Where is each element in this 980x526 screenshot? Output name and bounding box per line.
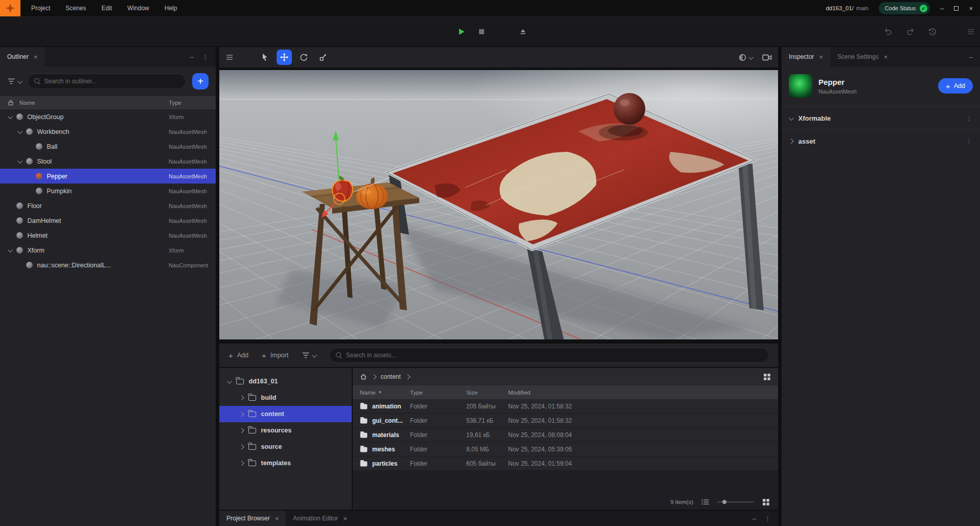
eject-button[interactable] — [519, 28, 527, 36]
panel-menu-icon[interactable]: ⋮ — [202, 53, 209, 61]
shading-mode-button[interactable] — [738, 53, 753, 62]
grid-view-icon[interactable] — [763, 373, 771, 381]
outliner-row[interactable]: Xform Xform — [0, 243, 216, 258]
close-icon[interactable]: × — [819, 53, 823, 61]
expand-chevron-icon[interactable] — [239, 461, 244, 465]
panel-minimize-icon[interactable]: – — [190, 53, 194, 61]
file-row[interactable]: gui_cont... Folder 536,71 кБ Nov 25, 202… — [353, 414, 778, 428]
asset-import-button[interactable]: + Import — [262, 351, 288, 360]
panel-tab[interactable]: Animation Editor × — [286, 511, 354, 526]
outliner-row[interactable]: Stool NauAssetMesh — [0, 154, 216, 169]
panel-menu-icon[interactable]: ⋮ — [764, 515, 771, 522]
file-row[interactable]: animation Folder 205 байты Nov 25, 2024,… — [353, 399, 778, 414]
close-icon[interactable]: × — [275, 515, 279, 522]
outliner-filter-button[interactable] — [7, 77, 21, 85]
panel-minimize-icon[interactable]: – — [753, 515, 756, 522]
column-size[interactable]: Size — [466, 390, 477, 396]
outliner-row[interactable]: Ball NauAssetMesh — [0, 139, 216, 154]
menubar-item[interactable]: Edit — [94, 0, 120, 16]
column-modified[interactable]: Modified — [508, 390, 530, 396]
select-tool-button[interactable] — [257, 50, 272, 65]
close-icon[interactable]: × — [343, 515, 347, 522]
expand-chevron-icon[interactable] — [8, 247, 12, 252]
app-logo[interactable] — [0, 0, 20, 16]
section-chevron-icon[interactable] — [789, 139, 793, 143]
home-icon[interactable] — [360, 373, 367, 380]
history-icon[interactable] — [928, 27, 937, 36]
menubar-item[interactable]: Scenes — [58, 0, 94, 16]
panel-tab[interactable]: Inspector × — [782, 47, 830, 66]
close-icon[interactable]: × — [34, 53, 38, 61]
file-row[interactable]: materials Folder 19,61 кБ Nov 25, 2024, … — [353, 428, 778, 442]
breadcrumb-item[interactable]: content — [381, 373, 401, 380]
outliner-row[interactable]: Pepper NauAssetMesh — [0, 169, 216, 184]
inspector-section[interactable]: Xformable ⋮ — [782, 106, 980, 129]
column-name[interactable]: Name▼ — [360, 390, 382, 396]
grid-view-icon[interactable] — [762, 498, 770, 506]
file-row[interactable]: particles Folder 605 байты Nov 25, 2024,… — [353, 456, 778, 471]
outliner-search-input[interactable] — [44, 78, 180, 85]
play-button[interactable] — [458, 28, 466, 36]
outliner-add-button[interactable]: + — [192, 73, 209, 89]
menubar-item[interactable]: Help — [157, 0, 185, 16]
asset-search-input[interactable] — [346, 352, 762, 359]
section-chevron-icon[interactable] — [789, 116, 793, 120]
outliner-row[interactable]: Helmet NauAssetMesh — [0, 228, 216, 243]
stop-button[interactable] — [478, 28, 485, 35]
expand-chevron-icon[interactable] — [17, 158, 22, 163]
outliner-row[interactable]: ObjectGroup Xform — [0, 109, 216, 124]
expand-chevron-icon[interactable] — [239, 395, 244, 400]
menubar-item[interactable]: Project — [24, 0, 58, 16]
panel-minimize-icon[interactable]: – — [969, 53, 973, 61]
expand-chevron-icon[interactable] — [239, 444, 244, 449]
maximize-button[interactable] — [954, 6, 959, 11]
folder-tree-item[interactable]: build — [219, 390, 352, 406]
slider-knob[interactable] — [722, 500, 726, 504]
rotate-tool-button[interactable] — [296, 50, 311, 65]
expand-chevron-icon[interactable] — [239, 428, 244, 432]
undo-icon[interactable] — [884, 28, 893, 36]
column-header-type[interactable]: Type — [169, 100, 181, 106]
asset-filter-button[interactable] — [302, 351, 316, 359]
viewport-3d-scene[interactable] — [219, 70, 778, 339]
outliner-row[interactable]: Workbench NauAssetMesh — [0, 124, 216, 139]
column-header-name[interactable]: Name — [19, 100, 35, 106]
folder-tree-item[interactable]: templates — [219, 455, 352, 471]
camera-settings-button[interactable] — [762, 54, 772, 61]
minimize-button[interactable]: – — [940, 5, 944, 12]
close-icon[interactable]: × — [884, 53, 888, 61]
panel-tab[interactable]: Scene Settings × — [830, 47, 895, 66]
section-menu-icon[interactable]: ⋮ — [966, 115, 972, 122]
file-row[interactable]: meshes Folder 8,05 МБ Nov 25, 2024, 05:3… — [353, 442, 778, 456]
asset-add-button[interactable]: + Add — [229, 351, 248, 360]
section-menu-icon[interactable]: ⋮ — [966, 138, 972, 145]
expand-chevron-icon[interactable] — [227, 379, 232, 383]
code-status-badge[interactable]: Code Status ✓ — [879, 2, 930, 14]
folder-tree-item[interactable]: content — [219, 406, 352, 422]
move-tool-button[interactable] — [277, 50, 292, 65]
folder-tree-item[interactable]: source — [219, 439, 352, 455]
list-view-icon[interactable] — [701, 499, 709, 505]
inspector-add-button[interactable]: + Add — [938, 78, 973, 94]
expand-chevron-icon[interactable] — [17, 129, 22, 133]
file-name: animation — [372, 403, 401, 410]
outliner-row[interactable]: DamHelmet NauAssetMesh — [0, 213, 216, 228]
tab-outliner[interactable]: Outliner × — [0, 47, 45, 66]
expand-chevron-icon[interactable] — [239, 411, 244, 416]
inspector-section[interactable]: asset ⋮ — [782, 129, 980, 152]
close-button[interactable]: × — [969, 5, 973, 12]
folder-tree-item[interactable]: dd163_01 — [219, 373, 352, 390]
panel-tab[interactable]: Project Browser × — [219, 511, 286, 526]
toolbar-overflow-icon[interactable] — [967, 28, 975, 36]
redo-icon[interactable] — [906, 28, 915, 36]
outliner-row[interactable]: Pumpkin NauAssetMesh — [0, 184, 216, 198]
thumbnail-size-slider[interactable] — [717, 501, 754, 502]
expand-chevron-icon[interactable] — [8, 114, 12, 119]
outliner-row[interactable]: Floor NauAssetMesh — [0, 198, 216, 213]
viewport-menu-icon[interactable] — [225, 53, 234, 61]
folder-tree-item[interactable]: resources — [219, 422, 352, 439]
menubar-item[interactable]: Window — [120, 0, 157, 16]
scale-tool-button[interactable] — [315, 50, 331, 65]
column-type[interactable]: Type — [410, 390, 423, 396]
outliner-row[interactable]: nau::scene::DirectionalL... NauComponent — [0, 258, 216, 272]
